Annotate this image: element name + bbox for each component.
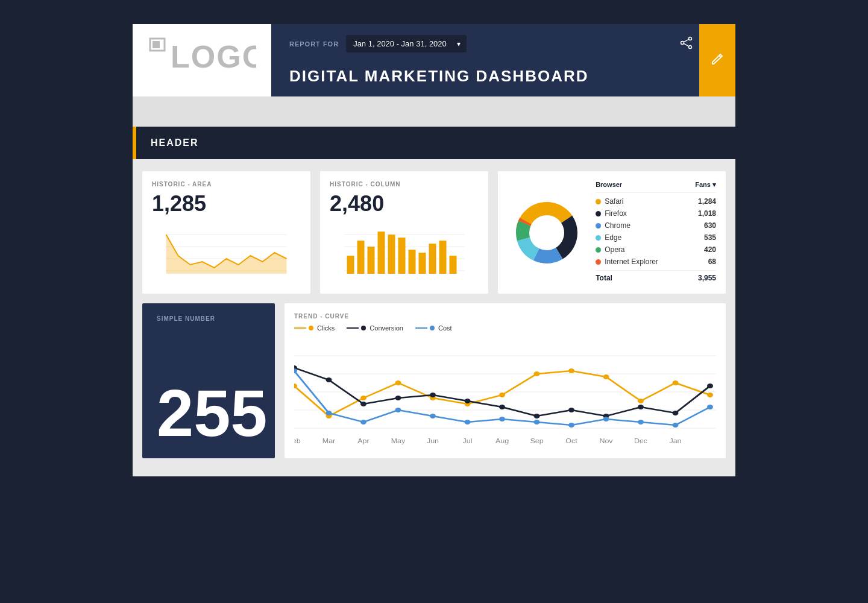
svg-point-78 xyxy=(707,405,713,409)
col-fans-header[interactable]: Fans ▾ xyxy=(695,181,716,189)
share-icon[interactable] xyxy=(680,36,693,52)
svg-rect-21 xyxy=(398,238,406,274)
svg-point-69 xyxy=(395,408,401,412)
svg-point-68 xyxy=(360,420,366,425)
browser-label: Safari xyxy=(605,197,623,206)
svg-rect-26 xyxy=(450,256,457,274)
dashboard-title: DIGITAL MARKETING DASHBOARD xyxy=(289,67,699,86)
svg-text:Jul: Jul xyxy=(463,438,473,444)
historic-area-value: 1,285 xyxy=(152,191,301,216)
simple-number-card: SIMPLE NUMBER 255 xyxy=(142,303,275,458)
trend-chart-svg: Feb Mar Apr May Jun Jul Aug Sep Oct Nov … xyxy=(294,338,716,446)
clicks-dot xyxy=(309,326,313,330)
legend-conversion: Conversion xyxy=(347,324,403,332)
svg-rect-20 xyxy=(388,235,395,274)
date-dropdown-wrapper[interactable]: Jan 1, 2020 - Jan 31, 2020 ▾ xyxy=(346,35,467,52)
historic-area-card: HISTORIC - AREA 1,285 xyxy=(142,171,310,294)
total-label: Total xyxy=(596,274,612,282)
browser-label: Internet Explorer xyxy=(605,257,658,266)
conversion-line xyxy=(347,327,359,329)
sort-icon: ▾ xyxy=(712,181,716,188)
svg-point-72 xyxy=(499,417,505,421)
svg-point-67 xyxy=(326,411,332,415)
bottom-spacer xyxy=(133,458,735,476)
svg-rect-1 xyxy=(153,41,160,48)
cost-label: Cost xyxy=(438,324,452,332)
browser-name: Chrome xyxy=(596,221,631,230)
browser-dot xyxy=(596,211,601,216)
browser-row: Opera 420 xyxy=(596,244,716,256)
browser-row: Firefox 1,018 xyxy=(596,207,716,219)
legend-cost: Cost xyxy=(415,324,452,332)
historic-column-value: 2,480 xyxy=(330,191,479,216)
svg-point-60 xyxy=(534,414,540,418)
svg-rect-19 xyxy=(378,232,385,274)
svg-text:May: May xyxy=(391,438,406,444)
svg-rect-22 xyxy=(409,250,416,274)
svg-text:Feb: Feb xyxy=(294,438,301,444)
browser-row: Safari 1,284 xyxy=(596,195,716,207)
svg-point-54 xyxy=(326,377,332,382)
svg-point-59 xyxy=(499,405,505,409)
svg-line-6 xyxy=(684,39,689,42)
svg-rect-25 xyxy=(439,241,447,274)
doughnut-list: Browser Fans ▾ Safari 1,284 Firefox 1,01… xyxy=(596,181,716,284)
svg-text:Dec: Dec xyxy=(634,438,648,444)
svg-point-75 xyxy=(603,417,609,421)
svg-point-4 xyxy=(681,42,684,45)
browser-row: Edge 535 xyxy=(596,232,716,244)
svg-rect-17 xyxy=(357,241,365,274)
top-icons xyxy=(680,36,693,52)
svg-point-71 xyxy=(465,420,471,425)
historic-column-title: HISTORIC - COLUMN xyxy=(330,181,479,188)
browser-dot xyxy=(596,247,601,253)
trend-legend: Clicks Conversion Co xyxy=(294,324,716,332)
browser-name: Safari xyxy=(596,197,623,206)
svg-point-52 xyxy=(707,393,713,397)
conversion-label: Conversion xyxy=(370,324,403,332)
fans-value: 1,018 xyxy=(698,209,716,218)
total-value: 3,955 xyxy=(698,274,716,282)
doughnut-chart-svg xyxy=(508,194,586,272)
section-header: HEADER xyxy=(133,127,735,159)
svg-text:Aug: Aug xyxy=(495,438,509,444)
browser-name: Edge xyxy=(596,233,621,242)
fans-value: 1,284 xyxy=(698,197,716,206)
fans-value: 630 xyxy=(704,221,716,230)
edit-icon xyxy=(711,52,724,69)
svg-point-65 xyxy=(707,384,713,388)
browser-label: Opera xyxy=(605,245,624,254)
browser-dot xyxy=(596,223,601,229)
cost-dot xyxy=(430,326,435,330)
svg-point-76 xyxy=(638,420,644,425)
header-right: REPORT FOR Jan 1, 2020 - Jan 31, 2020 ▾ … xyxy=(271,24,735,96)
svg-rect-23 xyxy=(419,253,426,274)
fans-value: 535 xyxy=(704,233,716,242)
svg-point-46 xyxy=(499,393,505,397)
bottom-row: SIMPLE NUMBER 255 TREND - CURVE Clicks xyxy=(133,303,735,458)
svg-point-70 xyxy=(430,414,436,418)
list-header-row: Browser Fans ▾ xyxy=(596,181,716,193)
svg-rect-16 xyxy=(347,256,354,274)
browser-name: Firefox xyxy=(596,209,627,218)
browser-label: Chrome xyxy=(605,221,631,230)
main-content: HEADER HISTORIC - AREA 1,285 xyxy=(133,127,735,476)
svg-point-56 xyxy=(395,396,401,400)
trend-title: TREND - CURVE xyxy=(294,313,716,320)
edit-button[interactable] xyxy=(699,24,735,96)
svg-point-49 xyxy=(603,374,609,379)
report-for-row: REPORT FOR Jan 1, 2020 - Jan 31, 2020 ▾ xyxy=(289,35,699,52)
svg-text:Apr: Apr xyxy=(357,438,370,444)
legend-clicks: Clicks xyxy=(294,324,335,332)
date-range-select[interactable]: Jan 1, 2020 - Jan 31, 2020 xyxy=(346,35,467,52)
svg-point-42 xyxy=(360,396,366,400)
browser-row: Internet Explorer 68 xyxy=(596,256,716,268)
trend-card: TREND - CURVE Clicks C xyxy=(285,303,726,458)
cost-line xyxy=(415,327,427,329)
svg-point-77 xyxy=(673,423,679,428)
fans-value: 68 xyxy=(708,257,716,266)
page-wrapper: LOGO REPORT FOR Jan 1, 2020 - Jan 31, 20… xyxy=(0,0,868,603)
col-browser-header: Browser xyxy=(596,181,622,189)
area-chart-svg xyxy=(152,223,301,277)
svg-point-74 xyxy=(568,423,574,428)
